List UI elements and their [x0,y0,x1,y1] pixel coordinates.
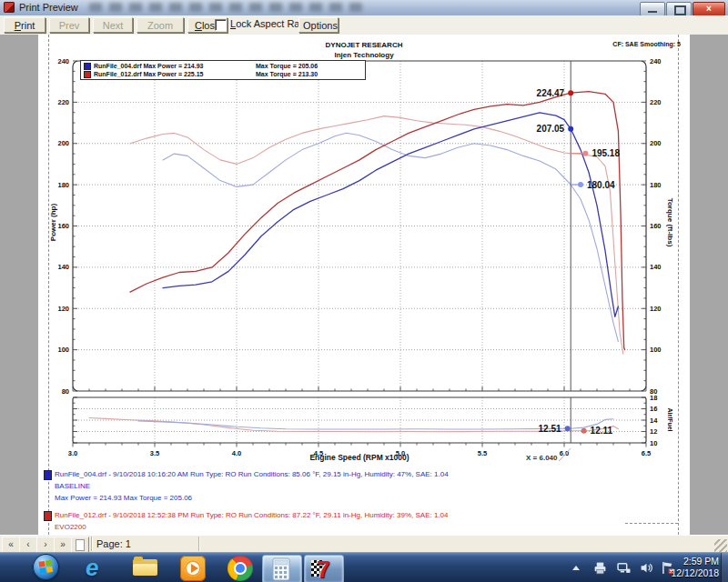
svg-text:3.5: 3.5 [150,449,159,457]
run-swatch [44,511,52,521]
run-swatch [44,470,52,480]
print-page: DYNOJET RESEARCH Injen Technology CF: SA… [38,35,690,535]
airfuel-axis-label: Air/Fuel [667,397,673,443]
svg-text:100: 100 [57,346,69,354]
window-controls: × [640,2,725,16]
svg-text:140: 140 [650,263,662,271]
first-page-button[interactable]: « [2,537,20,553]
zoom-out-button[interactable]: Zoom Out [136,17,184,33]
svg-text:14: 14 [650,416,658,425]
svg-text:10: 10 [650,439,657,447]
winpep-taskbar-button[interactable]: 7 [304,555,344,582]
statusbar-separator [198,537,200,551]
volume-tray-icon[interactable] [640,561,653,575]
rpm-axis-label: Engine Speed (RPM x1000) [268,453,450,462]
svg-text:16: 16 [650,405,657,413]
calculator-icon [272,557,290,581]
report-subtitle: Injen Technology [38,51,690,59]
taskbar: e 7 [0,552,728,582]
app-icon[interactable] [4,2,15,13]
resize-grip[interactable] [714,539,727,552]
svg-text:4.0: 4.0 [232,449,241,457]
page-view-button[interactable] [71,537,89,553]
legend-row: RunFile_012.drf Max Power = 225.15 Max T… [84,70,362,78]
svg-text:80: 80 [62,387,69,396]
redacted-title-text [89,3,362,12]
network-tray-icon[interactable] [617,561,631,575]
winpep-seven-icon: 7 [317,556,329,582]
smoothing-info: CF: SAE Smoothing: 5 [612,41,681,47]
print-margin-bottom [625,523,678,524]
chart-legend: RunFile_004.drf Max Power = 214.93 Max T… [80,60,366,80]
prev-button[interactable]: Prev [49,17,89,33]
lock-aspect-checkbox[interactable] [215,19,227,31]
window-title: Print Preview [19,2,78,13]
taskbar-clock[interactable]: 2:59 PM 12/12/2018 [662,556,719,579]
page-number-label: Page: 1 [96,538,131,549]
svg-text:12: 12 [650,427,657,436]
clock-time: 2:59 PM [662,556,719,567]
torque-axis-label: Torque (ft-lbs) [666,182,674,264]
windows-flag-icon [38,559,54,575]
last-page-button[interactable]: » [54,537,72,553]
svg-text:220: 220 [57,98,69,106]
svg-text:18: 18 [650,394,657,402]
svg-text:3.0: 3.0 [68,449,77,457]
calculator-taskbar-button[interactable] [262,555,302,582]
next-button[interactable]: Next [93,17,133,33]
svg-text:207.05: 207.05 [537,124,565,134]
print-margin-right [678,35,679,535]
internet-explorer-icon[interactable]: e [86,556,111,581]
statusbar-separator [91,537,93,551]
title-bar: Print Preview × [0,0,728,16]
power-axis-label: Power (hp) [49,186,57,259]
prev-page-button[interactable]: ‹ [19,537,37,553]
svg-text:220: 220 [650,98,662,106]
next-page-button[interactable]: › [36,537,55,553]
status-bar: « ‹ › » Page: 1 [0,535,728,553]
svg-text:224.47: 224.47 [537,88,565,98]
cursor-position-label: X = 6.040 [526,454,557,462]
printer-tray-icon[interactable] [593,561,607,575]
clock-date: 12/12/2018 [662,567,719,579]
screen: { "window": { "title": "Print Preview", … [0,0,728,582]
svg-text:180: 180 [57,181,69,189]
svg-text:140: 140 [57,263,69,271]
legend-row: RunFile_004.drf Max Power = 214.93 Max T… [84,62,362,70]
svg-text:120: 120 [57,305,69,313]
legend-swatch-blue [84,63,91,70]
power-torque-chart: 8080100100120120140140160160180180200200… [40,55,677,396]
svg-text:180: 180 [650,181,662,189]
run-info-baseline: RunFile_004.drf - 9/10/2018 10:16:20 AM … [42,468,449,504]
windows-explorer-icon[interactable] [133,556,158,581]
svg-text:100: 100 [650,346,662,354]
page-icon [76,539,85,551]
svg-text:6.0: 6.0 [560,449,569,457]
maximize-button[interactable] [666,2,692,16]
svg-text:6.5: 6.5 [642,449,651,457]
media-player-icon[interactable] [180,556,206,581]
svg-text:160: 160 [650,222,662,230]
show-desktop-button[interactable] [721,553,728,582]
svg-text:120: 120 [650,305,662,313]
svg-text:160: 160 [57,222,69,230]
report-title: DYNOJET RESEARCH [38,41,690,49]
svg-text:12.11: 12.11 [591,426,613,436]
toolbar: Print Prev Next Zoom Out Close Lock Aspe… [0,15,728,35]
svg-text:80: 80 [650,387,657,396]
minimize-button[interactable] [640,2,665,16]
close-window-button[interactable]: × [693,2,725,16]
svg-text:200: 200 [650,139,662,147]
hidden-icons-arrow[interactable] [572,566,580,570]
start-button[interactable] [33,554,59,580]
svg-text:195.18: 195.18 [592,148,620,158]
svg-text:200: 200 [57,139,69,147]
options-button[interactable]: Options [298,17,339,33]
svg-text:12.51: 12.51 [539,424,561,434]
legend-swatch-red [84,71,91,78]
print-margin-left [48,35,49,535]
svg-text:180.04: 180.04 [587,180,615,190]
print-button[interactable]: Print [4,17,46,33]
preview-area[interactable]: DYNOJET RESEARCH Injen Technology CF: SA… [0,35,728,535]
chrome-icon[interactable] [228,556,253,581]
